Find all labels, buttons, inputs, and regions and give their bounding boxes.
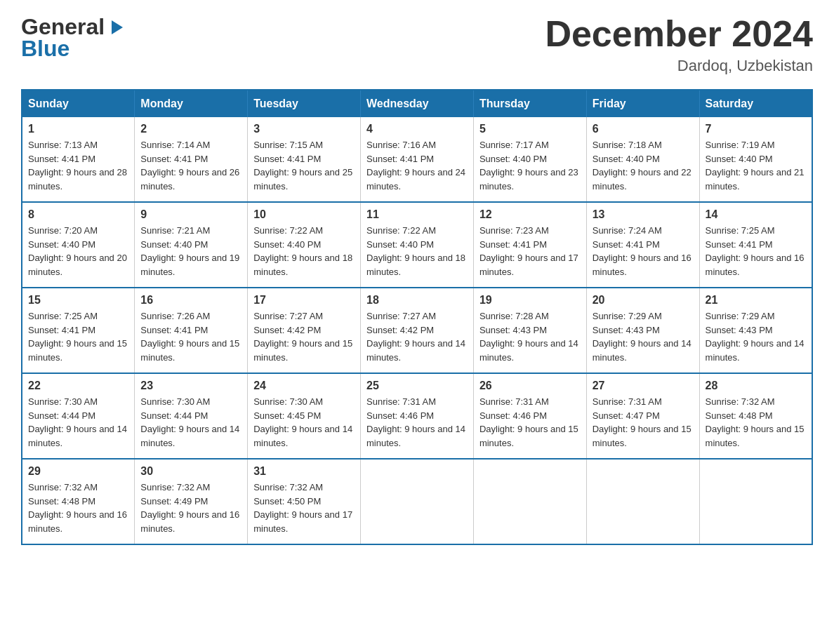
calendar-cell: 20Sunrise: 7:29 AMSunset: 4:43 PMDayligh… <box>586 288 699 373</box>
calendar-cell: 26Sunrise: 7:31 AMSunset: 4:46 PMDayligh… <box>473 373 586 459</box>
page-subtitle: Dardoq, Uzbekistan <box>545 57 813 75</box>
day-number: 27 <box>593 380 694 392</box>
day-info: Sunrise: 7:25 AMSunset: 4:41 PMDaylight:… <box>706 224 806 279</box>
calendar-body: 1Sunrise: 7:13 AMSunset: 4:41 PMDaylight… <box>22 117 812 544</box>
day-info: Sunrise: 7:24 AMSunset: 4:41 PMDaylight:… <box>593 224 694 279</box>
day-number: 12 <box>479 208 581 221</box>
calendar-cell: 12Sunrise: 7:23 AMSunset: 4:41 PMDayligh… <box>473 202 586 288</box>
calendar-cell: 19Sunrise: 7:28 AMSunset: 4:43 PMDayligh… <box>473 288 586 373</box>
day-info: Sunrise: 7:32 AMSunset: 4:50 PMDaylight:… <box>253 481 355 535</box>
calendar-cell: 25Sunrise: 7:31 AMSunset: 4:46 PMDayligh… <box>361 373 474 459</box>
calendar-cell: 31Sunrise: 7:32 AMSunset: 4:50 PMDayligh… <box>248 459 361 544</box>
day-info: Sunrise: 7:30 AMSunset: 4:45 PMDaylight:… <box>253 395 355 450</box>
day-number: 8 <box>28 208 128 221</box>
calendar-week-row: 1Sunrise: 7:13 AMSunset: 4:41 PMDaylight… <box>22 117 812 202</box>
day-number: 21 <box>706 294 806 307</box>
day-number: 5 <box>479 123 581 135</box>
day-number: 6 <box>593 123 694 135</box>
calendar-cell: 28Sunrise: 7:32 AMSunset: 4:48 PMDayligh… <box>699 373 812 459</box>
day-info: Sunrise: 7:31 AMSunset: 4:46 PMDaylight:… <box>479 395 581 450</box>
calendar-cell: 15Sunrise: 7:25 AMSunset: 4:41 PMDayligh… <box>22 288 135 373</box>
page-title: December 2024 <box>545 14 813 54</box>
day-number: 15 <box>28 294 128 307</box>
calendar-cell: 21Sunrise: 7:29 AMSunset: 4:43 PMDayligh… <box>699 288 812 373</box>
calendar-cell: 2Sunrise: 7:14 AMSunset: 4:41 PMDaylight… <box>135 117 248 202</box>
calendar-cell: 1Sunrise: 7:13 AMSunset: 4:41 PMDaylight… <box>22 117 135 202</box>
day-number: 24 <box>253 380 355 392</box>
day-info: Sunrise: 7:21 AMSunset: 4:40 PMDaylight:… <box>140 224 241 279</box>
day-info: Sunrise: 7:31 AMSunset: 4:46 PMDaylight:… <box>366 395 468 450</box>
calendar-cell: 17Sunrise: 7:27 AMSunset: 4:42 PMDayligh… <box>248 288 361 373</box>
calendar-cell: 8Sunrise: 7:20 AMSunset: 4:40 PMDaylight… <box>22 202 135 288</box>
day-number: 30 <box>140 465 241 478</box>
day-info: Sunrise: 7:32 AMSunset: 4:49 PMDaylight:… <box>140 481 241 535</box>
calendar-cell: 23Sunrise: 7:30 AMSunset: 4:44 PMDayligh… <box>135 373 248 459</box>
day-info: Sunrise: 7:25 AMSunset: 4:41 PMDaylight:… <box>28 309 128 364</box>
day-number: 16 <box>140 294 241 307</box>
day-number: 23 <box>140 380 241 392</box>
calendar-cell: 13Sunrise: 7:24 AMSunset: 4:41 PMDayligh… <box>586 202 699 288</box>
calendar-cell: 29Sunrise: 7:32 AMSunset: 4:48 PMDayligh… <box>22 459 135 544</box>
day-number: 26 <box>479 380 581 392</box>
day-of-week-header: Monday <box>135 90 248 117</box>
day-info: Sunrise: 7:26 AMSunset: 4:41 PMDaylight:… <box>140 309 241 364</box>
day-number: 29 <box>28 465 128 478</box>
calendar-cell: 27Sunrise: 7:31 AMSunset: 4:47 PMDayligh… <box>586 373 699 459</box>
svg-marker-0 <box>112 20 123 34</box>
calendar-header: SundayMondayTuesdayWednesdayThursdayFrid… <box>22 90 812 117</box>
calendar-cell: 10Sunrise: 7:22 AMSunset: 4:40 PMDayligh… <box>248 202 361 288</box>
day-info: Sunrise: 7:30 AMSunset: 4:44 PMDaylight:… <box>28 395 128 450</box>
day-of-week-header: Sunday <box>22 90 135 117</box>
day-number: 14 <box>706 208 806 221</box>
calendar-cell: 14Sunrise: 7:25 AMSunset: 4:41 PMDayligh… <box>699 202 812 288</box>
day-info: Sunrise: 7:22 AMSunset: 4:40 PMDaylight:… <box>253 224 355 279</box>
day-info: Sunrise: 7:19 AMSunset: 4:40 PMDaylight:… <box>706 138 806 193</box>
day-info: Sunrise: 7:13 AMSunset: 4:41 PMDaylight:… <box>28 138 128 193</box>
day-number: 2 <box>140 123 241 135</box>
calendar-cell: 3Sunrise: 7:15 AMSunset: 4:41 PMDaylight… <box>248 117 361 202</box>
day-of-week-header: Saturday <box>699 90 812 117</box>
day-info: Sunrise: 7:27 AMSunset: 4:42 PMDaylight:… <box>366 309 468 364</box>
day-info: Sunrise: 7:17 AMSunset: 4:40 PMDaylight:… <box>479 138 581 193</box>
day-info: Sunrise: 7:29 AMSunset: 4:43 PMDaylight:… <box>593 309 694 364</box>
calendar-cell <box>699 459 812 544</box>
day-number: 17 <box>253 294 355 307</box>
day-info: Sunrise: 7:28 AMSunset: 4:43 PMDaylight:… <box>479 309 581 364</box>
calendar-week-row: 22Sunrise: 7:30 AMSunset: 4:44 PMDayligh… <box>22 373 812 459</box>
day-info: Sunrise: 7:22 AMSunset: 4:40 PMDaylight:… <box>366 224 468 279</box>
day-of-week-header: Wednesday <box>361 90 474 117</box>
day-info: Sunrise: 7:31 AMSunset: 4:47 PMDaylight:… <box>593 395 694 450</box>
calendar-cell: 16Sunrise: 7:26 AMSunset: 4:41 PMDayligh… <box>135 288 248 373</box>
day-number: 1 <box>28 123 128 135</box>
calendar-cell: 18Sunrise: 7:27 AMSunset: 4:42 PMDayligh… <box>361 288 474 373</box>
title-area: December 2024 Dardoq, Uzbekistan <box>545 14 813 75</box>
day-number: 9 <box>140 208 241 221</box>
day-number: 3 <box>253 123 355 135</box>
calendar-cell: 5Sunrise: 7:17 AMSunset: 4:40 PMDaylight… <box>473 117 586 202</box>
day-info: Sunrise: 7:30 AMSunset: 4:44 PMDaylight:… <box>140 395 241 450</box>
day-of-week-header: Tuesday <box>248 90 361 117</box>
calendar-week-row: 8Sunrise: 7:20 AMSunset: 4:40 PMDaylight… <box>22 202 812 288</box>
header-row: SundayMondayTuesdayWednesdayThursdayFrid… <box>22 90 812 117</box>
day-number: 7 <box>706 123 806 135</box>
day-number: 28 <box>706 380 806 392</box>
day-info: Sunrise: 7:15 AMSunset: 4:41 PMDaylight:… <box>253 138 355 193</box>
calendar-table: SundayMondayTuesdayWednesdayThursdayFrid… <box>21 89 813 545</box>
calendar-cell <box>361 459 474 544</box>
day-info: Sunrise: 7:14 AMSunset: 4:41 PMDaylight:… <box>140 138 241 193</box>
calendar-cell: 4Sunrise: 7:16 AMSunset: 4:41 PMDaylight… <box>361 117 474 202</box>
calendar-cell: 11Sunrise: 7:22 AMSunset: 4:40 PMDayligh… <box>361 202 474 288</box>
day-number: 20 <box>593 294 694 307</box>
day-number: 4 <box>366 123 468 135</box>
day-info: Sunrise: 7:27 AMSunset: 4:42 PMDaylight:… <box>253 309 355 364</box>
calendar-cell: 22Sunrise: 7:30 AMSunset: 4:44 PMDayligh… <box>22 373 135 459</box>
day-info: Sunrise: 7:16 AMSunset: 4:41 PMDaylight:… <box>366 138 468 193</box>
calendar-cell: 9Sunrise: 7:21 AMSunset: 4:40 PMDaylight… <box>135 202 248 288</box>
calendar-cell: 30Sunrise: 7:32 AMSunset: 4:49 PMDayligh… <box>135 459 248 544</box>
day-number: 22 <box>28 380 128 392</box>
day-info: Sunrise: 7:32 AMSunset: 4:48 PMDaylight:… <box>28 481 128 535</box>
logo: General Blue <box>21 14 127 62</box>
calendar-week-row: 15Sunrise: 7:25 AMSunset: 4:41 PMDayligh… <box>22 288 812 373</box>
calendar-week-row: 29Sunrise: 7:32 AMSunset: 4:48 PMDayligh… <box>22 459 812 544</box>
calendar-cell <box>586 459 699 544</box>
